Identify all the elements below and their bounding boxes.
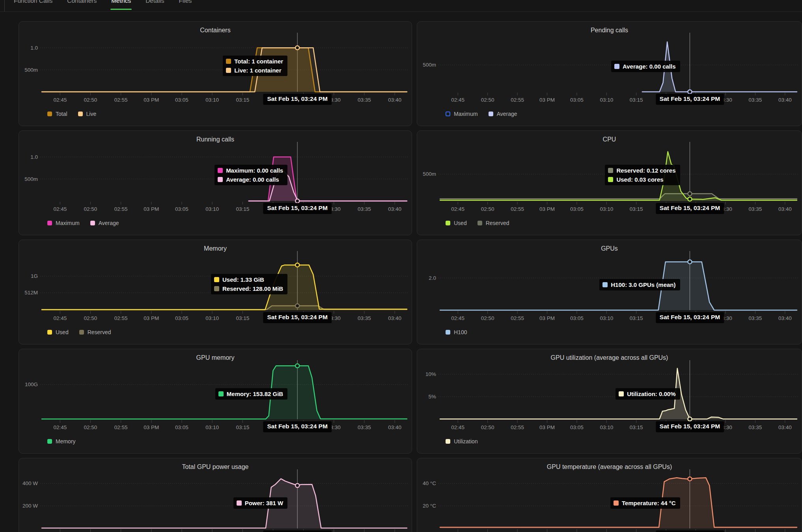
legend-item-h100[interactable]: H100 bbox=[446, 329, 467, 335]
tooltip-row: Maximum: 0.00 calls bbox=[218, 167, 283, 174]
x-axis-label: 03:40 bbox=[778, 97, 792, 103]
legend-item-maximum[interactable]: Maximum bbox=[446, 111, 478, 117]
x-axis-label: 02:50 bbox=[84, 315, 97, 321]
tooltip-text: Power: 381 W bbox=[245, 500, 283, 506]
legend-item-used[interactable]: Used bbox=[47, 329, 69, 335]
y-axis-label: 500m bbox=[423, 171, 436, 177]
x-axis-label: 03:35 bbox=[358, 206, 371, 212]
left-edge-divider bbox=[4, 0, 5, 11]
y-axis-label: 20 °C bbox=[423, 503, 436, 509]
legend-swatch bbox=[47, 112, 52, 116]
chart-legend-memory: UsedReserved bbox=[47, 329, 111, 335]
legend-swatch bbox=[446, 112, 450, 116]
x-axis-label: 03:15 bbox=[630, 315, 643, 321]
x-axis-label: 03:10 bbox=[205, 424, 219, 430]
chart-plot-gpus[interactable]: 2.002:4502:5002:5503 PM03:0503:1003:1503… bbox=[417, 240, 802, 344]
legend-item-average[interactable]: Average bbox=[489, 111, 517, 117]
x-axis-label: 03 PM bbox=[539, 315, 555, 321]
x-axis-label: 03:10 bbox=[205, 315, 219, 321]
tab-details[interactable]: Details bbox=[145, 0, 164, 12]
axis-tooltip: Sat Feb 15, 03:24 PM bbox=[656, 421, 724, 432]
tab-metrics[interactable]: Metrics bbox=[111, 0, 131, 12]
y-axis-label: 1G bbox=[31, 273, 38, 279]
y-axis-label: 10% bbox=[425, 371, 436, 377]
legend-swatch bbox=[489, 112, 493, 116]
tooltip-row: Memory: 153.82 GiB bbox=[218, 391, 283, 397]
x-axis-label: 03:10 bbox=[600, 424, 613, 430]
x-axis-label: 03 PM bbox=[144, 97, 159, 103]
tooltip-text: Memory: 153.82 GiB bbox=[227, 391, 283, 397]
x-axis-label: 03:35 bbox=[749, 424, 762, 430]
hover-marker bbox=[295, 364, 299, 368]
legend-item-maximum[interactable]: Maximum bbox=[47, 220, 80, 226]
x-axis-label: 03:05 bbox=[570, 206, 584, 212]
x-axis-label: 02:55 bbox=[114, 424, 128, 430]
chart-tooltip-gpu-power: Power: 381 W bbox=[233, 497, 288, 509]
legend-item-utilization[interactable]: Utilization bbox=[446, 438, 478, 445]
legend-item-average[interactable]: Average bbox=[90, 220, 119, 226]
legend-label: Average bbox=[99, 220, 119, 226]
legend-item-reserved[interactable]: Reserved bbox=[477, 220, 509, 226]
tooltip-swatch bbox=[608, 177, 613, 182]
legend-swatch bbox=[78, 112, 83, 116]
legend-swatch bbox=[47, 439, 52, 444]
legend-label: Average bbox=[497, 111, 517, 117]
chart-tooltip-gpu-utilization: Utilization: 0.00% bbox=[615, 388, 680, 400]
legend-item-reserved[interactable]: Reserved bbox=[79, 329, 111, 335]
x-axis-label: 03 PM bbox=[144, 206, 159, 212]
y-axis-label: 200 W bbox=[22, 503, 38, 509]
tab-function-calls[interactable]: Function Calls bbox=[14, 0, 52, 12]
chart-legend-cpu: UsedReserved bbox=[446, 220, 509, 226]
chart-tooltip-gpus: H100: 3.0 GPUs (mean) bbox=[599, 279, 680, 290]
tab-containers[interactable]: Containers bbox=[67, 0, 97, 12]
tooltip-text: Total: 1 container bbox=[234, 58, 283, 65]
x-axis-label: 03:10 bbox=[600, 97, 613, 103]
x-axis-label: 03:05 bbox=[570, 315, 584, 321]
legend-label: Maximum bbox=[454, 111, 478, 117]
chart-title-pending-calls: Pending calls bbox=[417, 27, 802, 34]
x-axis-label: 03:40 bbox=[778, 424, 792, 430]
x-axis-label: 02:45 bbox=[53, 424, 67, 430]
chart-title-running-calls: Running calls bbox=[19, 136, 412, 143]
hover-marker bbox=[688, 260, 692, 264]
tooltip-row: Reserved: 128.00 MiB bbox=[214, 285, 283, 292]
chart-panel-pending-calls: Pending calls500m02:4502:5002:5503 PM03:… bbox=[417, 21, 802, 126]
legend-item-used[interactable]: Used bbox=[446, 220, 467, 226]
axis-tooltip: Sat Feb 15, 03:24 PM bbox=[656, 203, 724, 214]
y-axis-label: 100G bbox=[25, 381, 38, 387]
hover-marker bbox=[688, 477, 692, 481]
x-axis-label: 03:35 bbox=[749, 315, 762, 321]
x-axis-label: 03 PM bbox=[144, 424, 159, 430]
chart-panel-gpu-utilization: GPU utilization (average across all GPUs… bbox=[417, 349, 802, 454]
hover-marker bbox=[295, 484, 299, 487]
x-axis-label: 03:40 bbox=[388, 97, 401, 103]
chart-legend-gpu-utilization: Utilization bbox=[446, 438, 478, 445]
x-axis-label: 03:05 bbox=[175, 424, 188, 430]
chart-title-cpu: CPU bbox=[417, 136, 802, 143]
tab-files[interactable]: Files bbox=[179, 0, 192, 12]
tooltip-swatch bbox=[608, 168, 613, 173]
x-axis-label: 03:40 bbox=[388, 206, 401, 212]
chart-plot-gpu-memory[interactable]: 100G02:4502:5002:5503 PM03:0503:1003:150… bbox=[19, 349, 412, 454]
x-axis-label: 02:50 bbox=[481, 206, 494, 212]
x-axis-label: 02:55 bbox=[511, 97, 524, 103]
legend-item-total[interactable]: Total bbox=[47, 111, 67, 117]
tooltip-row: Temperature: 44 °C bbox=[614, 500, 676, 506]
legend-item-memory[interactable]: Memory bbox=[47, 438, 76, 445]
chart-title-containers: Containers bbox=[19, 27, 412, 34]
tooltip-swatch bbox=[614, 64, 619, 69]
chart-title-memory: Memory bbox=[19, 245, 412, 252]
tooltip-row: Utilization: 0.00% bbox=[619, 391, 675, 397]
x-axis-label: 03 PM bbox=[144, 315, 159, 321]
x-axis-label: 03:10 bbox=[205, 97, 219, 103]
tooltip-row: Live: 1 container bbox=[226, 67, 283, 74]
legend-item-live[interactable]: Live bbox=[78, 111, 97, 117]
axis-tooltip: Sat Feb 15, 03:24 PM bbox=[656, 312, 724, 323]
x-axis-label: 02:55 bbox=[511, 206, 524, 212]
hover-marker bbox=[295, 304, 299, 308]
chart-legend-running-calls: MaximumAverage bbox=[47, 220, 119, 226]
chart-tooltip-memory: Used: 1.33 GiBReserved: 128.00 MiB bbox=[211, 274, 287, 294]
y-axis-label: 512M bbox=[24, 290, 38, 296]
axis-tooltip: Sat Feb 15, 03:24 PM bbox=[263, 530, 332, 532]
x-axis-label: 02:45 bbox=[53, 206, 67, 212]
